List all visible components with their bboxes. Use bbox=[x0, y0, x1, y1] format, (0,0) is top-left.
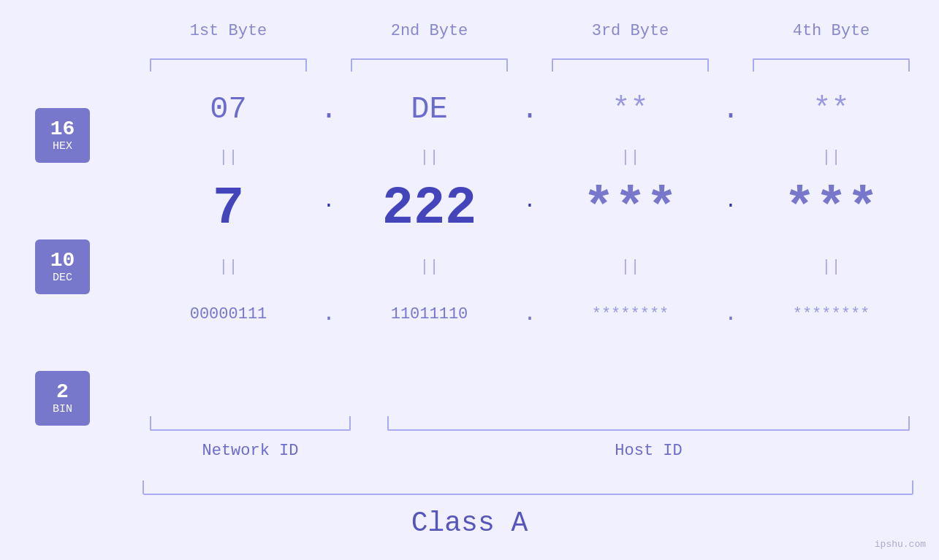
dec-byte2: 222 bbox=[343, 179, 515, 245]
host-id-label: Host ID bbox=[387, 442, 910, 460]
eq1-byte3: || bbox=[544, 148, 716, 166]
top-brackets bbox=[142, 58, 917, 72]
eq2-byte1: || bbox=[142, 258, 314, 276]
dec-byte4: *** bbox=[745, 179, 917, 245]
dec-byte1: 7 bbox=[142, 179, 314, 245]
eq1-byte2: || bbox=[343, 148, 515, 166]
eq-row-1: || || || || bbox=[142, 142, 917, 172]
hex-dot1: . bbox=[314, 93, 343, 126]
dec-badge: 10 DEC bbox=[35, 239, 90, 294]
host-bracket bbox=[387, 416, 910, 431]
dec-dot1: . bbox=[314, 191, 343, 232]
hex-byte3: ** bbox=[544, 92, 716, 127]
dec-byte3: *** bbox=[544, 179, 716, 245]
eq2-byte4: || bbox=[745, 258, 917, 276]
bin-dot3: . bbox=[716, 302, 745, 326]
bin-badge: 2 BIN bbox=[35, 371, 90, 426]
main-container: 1st Byte 2nd Byte 3rd Byte 4th Byte 16 H… bbox=[0, 0, 939, 560]
bin-byte4: ******** bbox=[745, 305, 917, 323]
hex-byte2: DE bbox=[343, 92, 515, 127]
bin-byte1: 00000111 bbox=[142, 305, 314, 323]
outer-bracket bbox=[142, 480, 913, 495]
eq2-byte3: || bbox=[544, 258, 716, 276]
byte1-header: 1st Byte bbox=[142, 22, 314, 40]
byte3-header: 3rd Byte bbox=[544, 22, 716, 40]
bottom-brackets bbox=[142, 416, 917, 431]
bin-row: 00000111 . 11011110 . ******** . *******… bbox=[142, 281, 917, 347]
bin-byte2: 11011110 bbox=[343, 305, 515, 323]
dec-dot2: . bbox=[515, 191, 544, 232]
dec-row: 7 . 222 . *** . *** bbox=[142, 172, 917, 252]
eq2-byte2: || bbox=[343, 258, 515, 276]
rows-container: 07 . DE . ** . ** || || bbox=[142, 77, 917, 347]
watermark: ipshu.com bbox=[875, 539, 926, 550]
byte2-header: 2nd Byte bbox=[343, 22, 515, 40]
hex-byte4: ** bbox=[745, 92, 917, 127]
bin-dot2: . bbox=[515, 302, 544, 326]
hex-byte1: 07 bbox=[142, 92, 314, 127]
segment-labels: Network ID Host ID bbox=[142, 442, 917, 460]
eq1-byte4: || bbox=[745, 148, 917, 166]
base-labels: 16 HEX 10 DEC 2 BIN bbox=[35, 108, 90, 426]
hex-dot3: . bbox=[716, 93, 745, 126]
hex-dot2: . bbox=[515, 93, 544, 126]
network-id-label: Network ID bbox=[150, 442, 351, 460]
bracket-byte1 bbox=[150, 58, 307, 72]
hex-badge: 16 HEX bbox=[35, 108, 90, 163]
bin-dot1: . bbox=[314, 302, 343, 326]
bracket-byte3 bbox=[552, 58, 709, 72]
byte4-header: 4th Byte bbox=[745, 22, 917, 40]
bracket-byte2 bbox=[351, 58, 508, 72]
network-bracket bbox=[150, 416, 351, 431]
bin-byte3: ******** bbox=[544, 305, 716, 323]
dec-dot3: . bbox=[716, 191, 745, 232]
byte-headers: 1st Byte 2nd Byte 3rd Byte 4th Byte bbox=[142, 22, 917, 40]
bracket-byte4 bbox=[753, 58, 910, 72]
eq-row-2: || || || || bbox=[142, 252, 917, 281]
eq1-byte1: || bbox=[142, 148, 314, 166]
class-label: Class A bbox=[0, 507, 939, 539]
hex-row: 07 . DE . ** . ** bbox=[142, 77, 917, 142]
